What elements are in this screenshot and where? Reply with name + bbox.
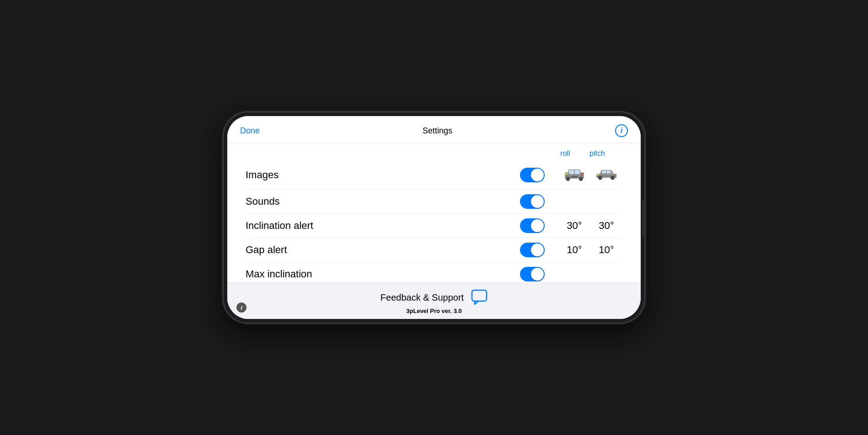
inclination-alert-values: 30° 30° [558,220,622,232]
images-toggle[interactable] [520,168,545,182]
inclination-alert-toggle[interactable] [520,218,545,233]
svg-rect-10 [571,176,577,178]
svg-rect-18 [597,174,599,175]
gap-alert-values: 10° 10° [558,244,622,256]
max-inclination-toggle[interactable] [520,267,545,281]
max-inclination-toggle-knob [531,268,544,281]
phone-frame: Done Settings i roll pitch Images [224,112,644,323]
svg-rect-9 [581,173,584,175]
sounds-row: Sounds [246,190,622,214]
max-inclination-row: Max inclination [246,262,622,282]
footer-top: Feedback & Support [380,289,488,306]
images-values [558,165,622,185]
gap-alert-toggle-knob [531,244,544,256]
svg-rect-12 [602,170,606,173]
max-inclination-label: Max inclination [246,268,520,280]
pitch-car [590,165,622,185]
gap-alert-row: Gap alert 10° 10° [246,238,622,262]
inclination-roll-value: 30° [558,220,590,232]
info-icon: i [621,127,622,135]
inclination-alert-toggle-knob [531,219,544,232]
svg-point-15 [599,177,601,179]
roll-car [558,165,590,185]
inclination-alert-row: Inclination alert 30° 30° [246,214,622,238]
roll-column-header: roll [549,149,581,158]
gap-alert-toggle[interactable] [520,243,545,257]
images-label: Images [246,169,520,181]
content-area: roll pitch Images [227,143,641,282]
svg-point-7 [580,178,582,180]
gap-roll-value: 10° [558,244,590,256]
page-title: Settings [423,126,452,136]
sounds-toggle[interactable] [520,194,545,209]
svg-rect-13 [607,170,611,173]
settings-rows: Images [246,160,622,282]
pitch-column-header: pitch [581,149,613,158]
images-toggle-knob [531,169,544,181]
svg-point-17 [611,177,613,179]
svg-point-5 [567,178,569,180]
images-row: Images [246,160,622,190]
version-label: 3pLevel Pro ver. 3.0 [406,308,461,314]
inclination-pitch-value: 30° [590,220,622,232]
gap-pitch-value: 10° [590,244,622,256]
gap-alert-label: Gap alert [246,244,520,256]
feedback-chat-icon[interactable] [471,289,488,306]
footer: Feedback & Support 3pLevel Pro ver. 3.0 … [227,282,641,319]
footer-info-icon[interactable]: i [236,302,246,313]
inclination-alert-label: Inclination alert [246,220,520,232]
sounds-label: Sounds [246,196,520,207]
svg-rect-19 [615,174,616,175]
side-button [642,199,644,236]
phone-screen: Done Settings i roll pitch Images [227,116,641,319]
nav-bar: Done Settings i [227,116,641,143]
done-button[interactable]: Done [240,126,260,136]
pitch-car-icon [595,165,618,181]
roll-car-icon [563,165,586,181]
info-button[interactable]: i [615,124,628,137]
column-headers: roll pitch [246,143,613,160]
svg-rect-3 [575,170,580,174]
sounds-toggle-knob [531,195,544,208]
svg-rect-2 [569,170,574,174]
svg-rect-8 [565,173,568,175]
svg-rect-20 [472,290,487,301]
feedback-label: Feedback & Support [380,292,464,303]
